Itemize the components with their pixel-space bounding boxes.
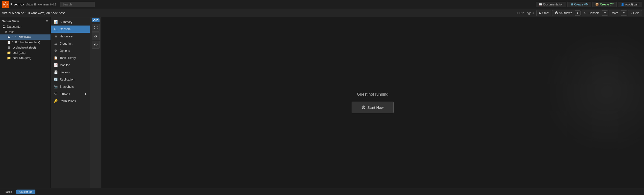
vnc-fullscreen-button[interactable]: ⛶	[92, 24, 100, 32]
proxmox-logo-icon: PX	[2, 1, 9, 8]
console-dropdown-arrow[interactable]: ▼	[602, 11, 608, 16]
menu-item-backup[interactable]: 💾 Backup	[51, 69, 90, 76]
template-icon: 📋	[7, 40, 11, 44]
no-tags-area: 🏷 No Tags ✏	[516, 12, 535, 15]
play-icon: ▶	[539, 12, 541, 15]
console-button[interactable]: >_ Console	[582, 10, 602, 16]
storage-lvm-icon: 📁	[7, 56, 11, 60]
sidebar-title: Server View	[2, 20, 19, 23]
console-split-button[interactable]: >_ Console ▼	[582, 10, 608, 16]
menu-item-cloud-init[interactable]: ☁ Cloud-Init	[51, 40, 90, 47]
vnc-settings-button[interactable]: ⚙	[92, 32, 100, 40]
more-dropdown-arrow[interactable]: ▼	[621, 11, 627, 16]
firewall-icon: 🛡	[54, 92, 58, 96]
fullscreen-icon: ⛶	[94, 26, 98, 30]
create-ct-button[interactable]: 📦 Create CT	[592, 2, 616, 7]
console-label: Console	[60, 28, 70, 31]
sidebar-item-vm-101[interactable]: ▶ 101 (anewvm)	[0, 35, 50, 40]
top-bar: PX Proxmox Virtual Environment 8.0.3 📖 D…	[0, 0, 644, 9]
menu-item-task-history[interactable]: 📋 Task History	[51, 54, 90, 61]
start-now-button[interactable]: ⏻ Start Now	[352, 102, 394, 113]
menu-panel: 📊 Summary >_ Console 🖥 Hardware ☁ Cloud-…	[51, 17, 90, 188]
firewall-label: Firewall	[60, 92, 70, 96]
app-name: Proxmox	[10, 3, 24, 6]
menu-item-summary[interactable]: 📊 Summary	[51, 18, 90, 26]
local-label: local (test)	[12, 51, 26, 55]
sidebar-item-node-test[interactable]: 🖥 test	[0, 29, 50, 35]
replication-label: Replication	[60, 78, 74, 81]
permissions-icon: 🔑	[54, 99, 58, 103]
hardware-icon: 🖥	[54, 35, 58, 38]
more-split-button[interactable]: More ▼	[609, 10, 627, 16]
monitor-icon: 📈	[54, 63, 58, 67]
shutdown-split-button[interactable]: ⏻ Shutdown ▼	[552, 10, 580, 16]
bottom-tab-cluster[interactable]: Cluster log	[16, 189, 36, 194]
console-menu-icon: >_	[54, 27, 58, 31]
user-icon: 👤	[621, 3, 624, 6]
guest-status-text: Guest not running	[357, 92, 388, 97]
options-label: Options	[60, 49, 70, 53]
sidebar-item-localnetwork[interactable]: ⊞ localnetwork (test)	[0, 45, 50, 50]
vnc-power-icon: ⏻	[94, 43, 98, 47]
edit-tag-icon[interactable]: ✏	[532, 12, 535, 15]
start-split-button[interactable]: ▶ Start	[536, 10, 551, 16]
vnc-gear-icon: ⚙	[94, 34, 97, 38]
start-now-label: Start Now	[368, 105, 384, 110]
datacenter-icon: 🖧	[2, 25, 6, 29]
sidebar-gear-icon[interactable]: ⚙	[46, 19, 48, 23]
tag-icon: 🏷	[516, 12, 520, 15]
background-decoration	[545, 30, 644, 154]
menu-item-monitor[interactable]: 📈 Monitor	[51, 61, 90, 69]
replication-icon: 🔄	[54, 78, 58, 81]
monitor-label: Monitor	[60, 63, 70, 67]
hardware-label: Hardware	[60, 35, 72, 38]
backup-label: Backup	[60, 71, 70, 74]
node-icon: 🖥	[4, 30, 8, 34]
help-button[interactable]: ? Help	[628, 10, 642, 16]
bottom-tab-tasks[interactable]: Tasks	[2, 189, 15, 194]
documentation-button[interactable]: 📖 Documentation	[536, 2, 566, 7]
more-button[interactable]: More	[609, 10, 621, 16]
task-history-icon: 📋	[54, 56, 58, 60]
vnc-label: VNC	[92, 18, 100, 22]
cloud-init-label: Cloud-Init	[60, 42, 72, 45]
second-bar: Virtual Machine 101 (anewvm) on node 'te…	[0, 9, 644, 17]
bottom-bar: Tasks Cluster log	[0, 188, 644, 195]
network-icon: ⊞	[7, 46, 11, 49]
menu-item-console[interactable]: >_ Console	[51, 26, 90, 33]
shutdown-dropdown-arrow[interactable]: ▼	[575, 11, 580, 16]
help-icon: ?	[631, 12, 632, 15]
ct-icon: 📦	[595, 3, 599, 6]
sidebar-item-local[interactable]: 📁 local (test)	[0, 50, 50, 55]
node-label: test	[9, 30, 14, 34]
top-bar-right: 📖 Documentation 🖥 Create VM 📦 Create CT …	[536, 2, 642, 7]
menu-item-firewall[interactable]: 🛡 Firewall ▶	[51, 90, 90, 97]
user-menu-button[interactable]: 👤 root@pam	[618, 2, 642, 7]
menu-item-hardware[interactable]: 🖥 Hardware	[51, 33, 90, 40]
menu-item-permissions[interactable]: 🔑 Permissions	[51, 97, 90, 105]
create-vm-button[interactable]: 🖥 Create VM	[568, 2, 591, 7]
start-button[interactable]: ▶ Start	[536, 10, 551, 16]
menu-item-options[interactable]: ⚙ Options	[51, 47, 90, 54]
search-input[interactable]	[60, 2, 95, 7]
options-icon: ⚙	[54, 49, 58, 53]
menu-item-snapshots[interactable]: 📷 Snapshots	[51, 83, 90, 90]
vnc-power-button[interactable]: ⏻	[92, 41, 100, 49]
vm-title: Virtual Machine 101 (anewvm) on node 'te…	[2, 11, 515, 15]
sidebar: Server View ⚙ 🖧 Datacenter 🖥 test ▶ 101 …	[0, 17, 51, 188]
storage-icon: 📁	[7, 51, 11, 55]
summary-icon: 📊	[54, 20, 58, 24]
main-content-area: Guest not running ⏻ Start Now	[101, 17, 644, 188]
datacenter-label: Datacenter	[7, 25, 22, 29]
app-product-version: Virtual Environment 8.0.3	[26, 3, 56, 6]
shutdown-button[interactable]: ⏻ Shutdown	[552, 10, 575, 16]
console-icon: >_	[584, 12, 588, 15]
menu-item-replication[interactable]: 🔄 Replication	[51, 76, 90, 83]
permissions-label: Permissions	[60, 99, 76, 103]
sidebar-item-datacenter[interactable]: 🖧 Datacenter	[0, 24, 50, 29]
task-history-label: Task History	[60, 56, 76, 60]
sidebar-item-local-lvm[interactable]: 📁 local-lvm (test)	[0, 55, 50, 61]
logo-area: PX Proxmox Virtual Environment 8.0.3	[2, 1, 56, 8]
sidebar-item-vm-100[interactable]: 📋 100 (ubuntutemplate)	[0, 40, 50, 45]
vm-running-icon: ▶	[7, 35, 11, 39]
